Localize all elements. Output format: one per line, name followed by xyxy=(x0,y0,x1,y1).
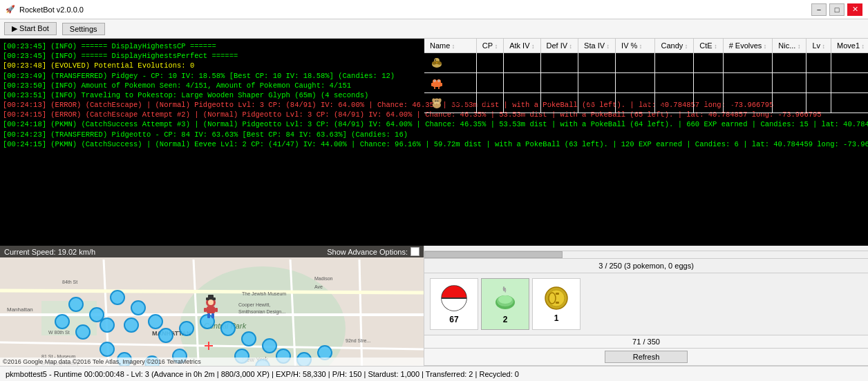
pokemon-table: NameCPAtk IVDef IVSta IVIV %CandyCtE# Ev… xyxy=(424,39,868,113)
svg-point-32 xyxy=(69,297,83,311)
table-scrollbar-thumb[interactable] xyxy=(424,251,563,258)
svg-rect-78 xyxy=(434,87,435,89)
table-header-cp[interactable]: CP xyxy=(476,39,503,53)
table-header---evolves[interactable]: # Evolves xyxy=(723,39,773,53)
svg-rect-60 xyxy=(204,308,207,312)
table-header-name[interactable]: Name xyxy=(424,39,476,53)
svg-point-37 xyxy=(149,315,162,329)
item-count-incense: 2 xyxy=(503,315,508,324)
svg-text:92nd Stre...: 92nd Stre... xyxy=(346,338,370,343)
maximize-button[interactable]: □ xyxy=(829,3,845,16)
pokemon-atk-iv: 4 xyxy=(504,53,540,73)
svg-line-10 xyxy=(0,291,424,293)
close-button[interactable]: ✕ xyxy=(847,3,862,16)
pokemon-nick xyxy=(773,73,806,93)
pokemon-candy: 11 xyxy=(655,53,694,73)
settings-button[interactable]: Settings xyxy=(62,23,105,35)
item-slot-coin[interactable]: 1 xyxy=(532,278,581,330)
advance-options-checkbox[interactable] xyxy=(411,247,419,256)
pokemon-def-iv: 5 xyxy=(540,93,578,113)
table-header-def-iv[interactable]: Def IV xyxy=(540,39,578,53)
pokemon-iv-pct: 94.00 % xyxy=(616,73,655,93)
svg-text:Madison: Madison xyxy=(314,276,333,281)
item-count-pokeball: 67 xyxy=(449,315,458,324)
pokemon-nick xyxy=(773,93,806,113)
svg-rect-54 xyxy=(207,306,215,313)
status-text: pkmbottest5 - Runtime 00:00:00:48 - Lvl:… xyxy=(6,370,519,378)
svg-rect-98 xyxy=(556,293,559,295)
refresh-button-area: Refresh xyxy=(424,349,868,366)
table-header-candy[interactable]: Candy xyxy=(655,39,694,53)
items-bar: 67 2 1 xyxy=(424,273,868,335)
pokemon-table-body: Pidgey1041319.00 %111201TackleFKrabby111… xyxy=(424,53,868,113)
svg-point-29 xyxy=(111,291,124,304)
svg-point-34 xyxy=(76,325,90,339)
svg-text:The Jewish Museum: The Jewish Museum xyxy=(242,291,286,296)
refresh-button[interactable]: Refresh xyxy=(605,351,688,363)
svg-point-68 xyxy=(435,59,436,61)
pokemon-sta-iv: 15 xyxy=(578,93,616,113)
svg-rect-79 xyxy=(438,87,440,89)
pokemon-name: Pidgey xyxy=(446,59,470,67)
svg-rect-99 xyxy=(556,302,559,304)
pokemon-name: Eevee xyxy=(446,99,468,107)
map-area[interactable]: Current Speed: 19.02 km/h Show Advance O… xyxy=(0,246,424,366)
pokemon-move1: MudSh xyxy=(831,73,868,93)
advance-options-label: Show Advance Options: xyxy=(327,248,408,256)
svg-point-43 xyxy=(263,339,276,353)
table-horizontal-scrollbar[interactable] xyxy=(424,251,868,259)
table-header-nic---[interactable]: Nic... xyxy=(773,39,806,53)
main-area: [00:23:45] (INFO) ====== DisplayHighests… xyxy=(0,39,868,366)
table-row[interactable]: Krabby1115131494.00 %75001MudSh xyxy=(424,73,868,93)
start-bot-button[interactable]: ▶ Start Bot xyxy=(4,22,57,35)
svg-point-38 xyxy=(159,329,173,342)
pokemon-cte: 25 xyxy=(694,93,723,113)
svg-point-35 xyxy=(100,318,114,332)
pokemon-name: Krabby xyxy=(446,79,471,87)
pokemon-evolves: 0 xyxy=(723,73,773,93)
pokemon-table-area[interactable]: NameCPAtk IVDef IVSta IVIV %CandyCtE# Ev… xyxy=(424,39,868,251)
map-svg: Manhattan 84th St MANHATTAN The Jewish M… xyxy=(0,260,424,366)
minimize-button[interactable]: − xyxy=(811,3,827,16)
svg-point-39 xyxy=(180,322,194,335)
show-advance-options: Show Advance Options: xyxy=(327,247,419,256)
app-title: RocketBot v2.0.0.0 xyxy=(19,6,84,14)
pokemon-candy: 7 xyxy=(655,73,694,93)
table-header-lv[interactable]: Lv xyxy=(806,39,831,53)
pokemon-nick xyxy=(773,53,806,73)
pokemon-atk-iv: 15 xyxy=(504,73,540,93)
pokemon-move1: TackleF xyxy=(831,93,868,113)
item-slot-pokeball[interactable]: 67 xyxy=(430,278,478,330)
right-panel: NameCPAtk IVDef IVSta IVIV %CandyCtE# Ev… xyxy=(424,39,868,366)
table-header-sta-iv[interactable]: Sta IV xyxy=(578,39,616,53)
pokemon-sta-iv: 14 xyxy=(578,73,616,93)
table-row[interactable]: Eevee141451580.00 %32501TackleF xyxy=(424,93,868,113)
item-count-coin: 1 xyxy=(554,313,559,323)
table-header-iv--[interactable]: IV % xyxy=(616,39,655,53)
map-attribution: ©2016 Google Map data ©2016 Tele Atlas, … xyxy=(0,358,424,366)
svg-rect-61 xyxy=(215,308,218,312)
svg-point-30 xyxy=(131,301,145,315)
svg-point-33 xyxy=(55,315,69,329)
pokemon-lv: 1 xyxy=(806,93,831,113)
table-row[interactable]: Pidgey1041319.00 %111201TackleF xyxy=(424,53,868,73)
pokemon-cp: 11 xyxy=(476,73,503,93)
svg-rect-59 xyxy=(211,313,214,318)
svg-point-94 xyxy=(498,295,512,304)
table-header-move1[interactable]: Move1 xyxy=(831,39,868,53)
speed-label: Current Speed: 19.02 km/h xyxy=(4,248,95,256)
svg-text:Ave: Ave xyxy=(314,284,323,289)
item-slot-incense[interactable]: 2 xyxy=(481,278,529,330)
table-header-cte[interactable]: CtE xyxy=(694,39,723,53)
table-header-atk-iv[interactable]: Atk IV xyxy=(504,39,540,53)
pokemon-name-cell: Eevee xyxy=(424,93,476,113)
pokemon-cp: 14 xyxy=(476,93,503,113)
pokemon-name-cell: Krabby xyxy=(424,73,476,93)
svg-point-74 xyxy=(434,80,435,81)
svg-rect-91 xyxy=(442,297,466,299)
speed-bar: Current Speed: 19.02 km/h Show Advance O… xyxy=(0,246,424,257)
svg-point-52 xyxy=(100,342,114,356)
svg-point-57 xyxy=(208,300,214,305)
svg-rect-56 xyxy=(208,295,214,298)
pokemon-def-iv: 1 xyxy=(540,53,578,73)
